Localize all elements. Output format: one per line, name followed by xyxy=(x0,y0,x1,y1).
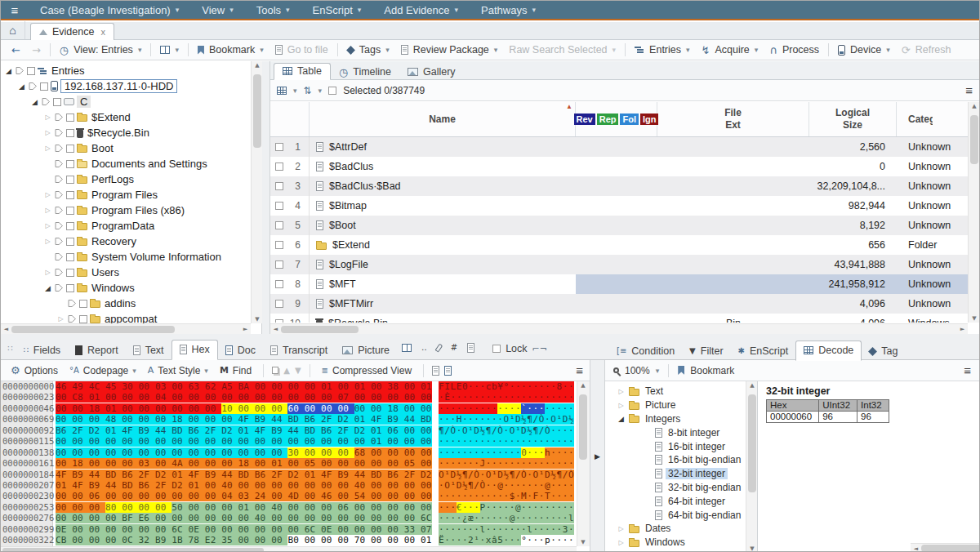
hex-dump[interactable]: 000000000046 49 4C 45 30 00 03 00 63 62 … xyxy=(1,381,577,546)
row-select-cell[interactable]: 6 xyxy=(270,235,310,255)
analysis-tab-tag[interactable]: Tag xyxy=(862,342,905,361)
text-style-button[interactable]: AText Style▾ xyxy=(145,365,212,376)
ascii-segment-green[interactable]: ·······l·······l·····3· xyxy=(439,524,574,535)
dixon-selector-icon[interactable] xyxy=(55,113,64,122)
dixon-selector-icon[interactable] xyxy=(16,66,24,75)
tree-vertical-scrollbar[interactable]: ▲ ▼ xyxy=(251,61,262,323)
find-button[interactable]: MFind xyxy=(216,365,255,376)
view-tab-table[interactable]: Table xyxy=(274,63,331,80)
row-checkbox[interactable] xyxy=(275,182,283,190)
tree-checkbox[interactable] xyxy=(66,145,74,153)
scrollbar-thumb[interactable] xyxy=(970,115,978,164)
hex-bytes[interactable]: 01 4F B9 44 BD B6 2F D2 01 00 40 00 00 0… xyxy=(53,480,435,491)
cell-category[interactable]: Unknown xyxy=(897,274,969,294)
hex-segment-orange[interactable]: 00 18 00 00 00 03 00 4A 00 00 00 18 00 0… xyxy=(56,458,432,469)
badge-header-rev[interactable]: Rev xyxy=(574,114,595,125)
hex-segment-green[interactable]: 00 00 00 00 BF E6 00 00 00 00 00 00 40 0… xyxy=(56,513,432,523)
header-cell-category[interactable]: Categ xyxy=(897,102,969,136)
layout-button[interactable]: ▾ xyxy=(154,41,185,59)
table-row[interactable]: 7$LogFile43,941,888Unknown xyxy=(270,255,969,274)
tree-item-recycle-bin[interactable]: ▷$Recycle.Bin xyxy=(1,125,251,140)
row-select-cell[interactable]: 8 xyxy=(270,274,310,294)
tree-horizontal-scrollbar[interactable]: ◄ ► xyxy=(1,323,251,334)
row-checkbox[interactable] xyxy=(275,241,283,249)
expand-icon[interactable]: ▷ xyxy=(43,191,52,198)
tree-item-program-files[interactable]: ▷Program Files xyxy=(1,187,251,203)
expand-icon[interactable]: ▷ xyxy=(43,145,52,152)
hex-ascii[interactable]: ¶/Ò·O¹D½¶/Ò·O¹D½¶/Ò···· xyxy=(435,425,577,436)
dixon-selector-icon[interactable] xyxy=(55,159,64,168)
hex-ascii[interactable]: FILE0···cb¥°········8·· xyxy=(435,381,577,392)
close-tab-icon[interactable]: x xyxy=(100,27,105,37)
cell-badges[interactable] xyxy=(576,157,657,176)
dixon-selector-icon[interactable] xyxy=(29,82,38,91)
ascii-segment-red[interactable]: ·········· xyxy=(439,403,497,414)
viewer-tab-hex[interactable]: Hex xyxy=(172,340,218,360)
tree-checkbox[interactable] xyxy=(66,114,74,122)
cell-badges[interactable] xyxy=(576,137,657,157)
dixon-selector-icon[interactable] xyxy=(55,206,64,215)
tree-item-boot[interactable]: ▷Boot xyxy=(1,140,251,156)
tree-checkbox[interactable] xyxy=(66,129,74,137)
tree-checkbox[interactable] xyxy=(66,176,74,184)
panel-handle-icon[interactable]: ∷ xyxy=(4,345,16,359)
tree-checkbox[interactable] xyxy=(53,98,61,106)
decode-vertical-scrollbar[interactable]: ▲ ▼ xyxy=(746,381,757,552)
hex-segment-cyan[interactable]: 00 00 00 48 00 00 00 18 00 00 00 4F B9 4… xyxy=(56,414,432,425)
menu-pathways[interactable]: Pathways▾ xyxy=(470,1,547,19)
dixon-selector-icon[interactable] xyxy=(55,252,64,261)
cell-file-ext[interactable]: Bin xyxy=(657,314,809,323)
scrollbar-thumb[interactable] xyxy=(921,545,980,552)
ascii-segment-red[interactable]: ·È····················· xyxy=(439,392,574,403)
tree-item-16-bit-big-endian[interactable]: 16-bit big-endian xyxy=(605,453,746,467)
collapse-right-icon[interactable]: ▶ xyxy=(595,452,600,461)
select-all-checkbox[interactable] xyxy=(328,87,336,95)
cell-file-ext[interactable] xyxy=(657,137,809,157)
header-cell-name[interactable]: Name▲ xyxy=(310,102,576,136)
cell-category[interactable]: Folder xyxy=(897,235,969,255)
hex-segment-green[interactable]: CB 00 00 00 0C 32 B9 1B 78 E2 35 00 00 0… xyxy=(56,535,287,545)
cell-name[interactable]: $LogFile xyxy=(310,255,576,274)
ascii-segment-green[interactable]: P·····@········· xyxy=(480,502,575,513)
hex-segment-blue[interactable]: 60 00 00 00 xyxy=(287,403,354,414)
ascii-segment-orange[interactable]: ············$·M·F·T···· xyxy=(439,491,574,501)
menu-enscript[interactable]: EnScript▾ xyxy=(301,1,373,19)
acquire-button[interactable]: ↯Acquire▾ xyxy=(696,41,764,59)
ascii-segment-red[interactable]: FILE0···cb¥°········8·· xyxy=(439,381,574,392)
tree-item-addins[interactable]: addins xyxy=(1,296,251,311)
tree-item-recovery[interactable]: ▷Recovery xyxy=(1,234,251,249)
analysis-tab-condition[interactable]: [≡Condition xyxy=(609,342,682,361)
hash-button[interactable]: # xyxy=(446,341,462,355)
menu-view[interactable]: View▾ xyxy=(190,1,244,19)
hex-segment-orange[interactable]: 00 00 06 00 00 00 00 00 00 00 04 03 24 0… xyxy=(56,491,432,501)
tree-checkbox[interactable] xyxy=(66,238,74,246)
cell-file-ext[interactable] xyxy=(657,157,809,176)
collapse-icon[interactable]: ◢ xyxy=(17,82,26,91)
hex-ascii[interactable]: ··············`········ xyxy=(435,403,577,414)
cell-file-ext[interactable] xyxy=(657,274,809,294)
scroll-down-icon[interactable]: ▼ xyxy=(746,545,758,552)
tree-checkbox[interactable] xyxy=(66,160,74,168)
hex-segment-yellow[interactable]: 10 00 00 00 xyxy=(221,403,287,414)
ascii-segment-blue[interactable]: `··· xyxy=(521,403,545,414)
tags-button[interactable]: Tags▾ xyxy=(341,41,395,59)
analysis-tab-filter[interactable]: ▼Filter xyxy=(682,342,730,361)
tree-checkbox[interactable] xyxy=(66,269,74,277)
cell-logical-size[interactable]: 43,941,888 xyxy=(809,255,897,274)
row-select-cell[interactable]: 7 xyxy=(270,255,310,274)
cell-logical-size[interactable]: 4,096 xyxy=(809,294,897,314)
cell-name[interactable]: $MFT xyxy=(310,274,576,294)
lock-checkbox[interactable] xyxy=(492,345,501,353)
hex-row[interactable]: 000000027600 00 00 00 BF E6 00 00 00 00 … xyxy=(1,513,577,523)
copy-icon[interactable] xyxy=(272,367,278,374)
cell-file-ext[interactable] xyxy=(657,294,809,314)
cell-category[interactable]: Unknown xyxy=(897,196,969,216)
header-cell-logical-size[interactable]: LogicalSize xyxy=(809,102,897,136)
tree-item-c[interactable]: ◢C xyxy=(1,94,251,109)
menu-tools[interactable]: Tools▾ xyxy=(245,1,301,19)
ascii-segment-cyan[interactable]: ····· xyxy=(545,403,574,414)
cell-name[interactable]: $Extend xyxy=(310,235,576,255)
cell-category[interactable]: Unknown xyxy=(897,176,969,196)
ascii-segment-white[interactable]: °···p···· xyxy=(521,535,574,545)
hex-segment-cyan[interactable]: 00 00 18 00 00 xyxy=(354,403,432,414)
